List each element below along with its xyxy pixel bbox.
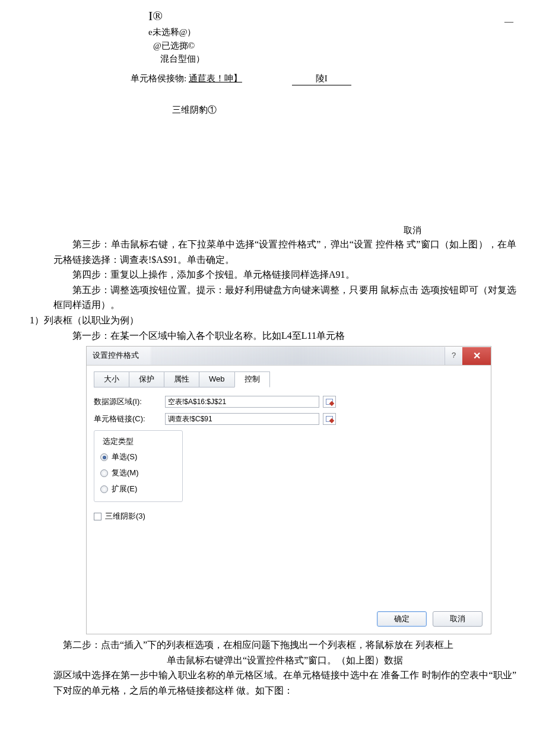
paragraph-step2a: 第二步：点击“插入”下的列表框选项，在相应问题下拖拽出一个列表框，将鼠标放在 列…	[53, 637, 516, 653]
help-icon: ?	[452, 350, 456, 362]
cancel-text: 取消	[404, 224, 546, 237]
cancel-button[interactable]: 取消	[433, 611, 482, 627]
radio-extend-label: 扩展(E)	[112, 483, 137, 495]
paragraph-step3: 第三步：单击鼠标右键，在下拉菜单中选择“设置控件格式”，弹出“设置 控件格 式”…	[53, 237, 516, 267]
tab-web[interactable]: Web	[199, 371, 235, 387]
close-button[interactable]: ✕	[462, 347, 491, 365]
cell-link-underline: 通苣表！呻】	[189, 74, 242, 83]
radio-multi-row[interactable]: 复选(M)	[100, 467, 176, 479]
select-type-legend: 选定类型	[100, 436, 136, 448]
source-range-picker[interactable]	[323, 396, 336, 408]
close-icon: ✕	[473, 348, 481, 364]
radio-single-row[interactable]: 单选(S)	[100, 451, 176, 463]
paragraph-step5: 第五步：调整选项按钮位置。提示：最好利用键盘方向键来调整，只要用 鼠标点击 选项…	[53, 282, 516, 313]
paragraph-step1: 第一步：在某一个区域中输入各个职业名称。比如L4至L11单元格	[53, 328, 516, 344]
top-dash: —	[504, 15, 513, 28]
tab-control[interactable]: 控制	[234, 371, 270, 387]
titlebar-blur	[151, 347, 445, 365]
paragraph-step2b: 单击鼠标右键弹出“设置控件格式”窗口。（如上图）数据	[53, 653, 516, 668]
radio-single[interactable]	[100, 453, 108, 461]
select-type-fieldset: 选定类型 单选(S) 复选(M) 扩展(E)	[94, 430, 183, 502]
tab-protect[interactable]: 保护	[129, 371, 164, 387]
tab-size[interactable]: 大小	[94, 371, 129, 387]
tab-attr[interactable]: 属性	[164, 371, 199, 387]
radio-checked-icon	[103, 456, 106, 459]
dialog-title: 设置控件格式	[93, 350, 139, 362]
radio-extend-row[interactable]: 扩展(E)	[100, 483, 176, 495]
radio-single-label: 单选(S)	[112, 451, 137, 463]
shadow-checkbox[interactable]	[94, 513, 101, 520]
shadow-checkbox-row[interactable]: 三维阴影(3)	[94, 510, 484, 523]
dialog-titlebar[interactable]: 设置控件格式 ? ✕	[87, 347, 491, 366]
tab-bar: 大小 保护 属性 Web 控制	[94, 371, 484, 387]
top-bullet-2: @已选掷©	[153, 39, 546, 53]
listbox-header: 1）列表框（以职业为例）	[30, 313, 546, 328]
shadow-checkbox-label: 三维阴影(3)	[105, 510, 145, 523]
ok-button[interactable]: 确定	[377, 611, 427, 627]
paragraph-step4: 第四步：重复以上操作，添加多个按钮。单元格链接同样选择A91。	[53, 267, 516, 282]
radio-extend[interactable]	[100, 485, 108, 493]
ling-box: 陵I	[292, 72, 351, 86]
source-range-input[interactable]: 空表!$A$16:$J$21	[165, 396, 319, 408]
top-bullet-1: e未选释@）	[148, 26, 546, 39]
range-picker-icon	[326, 416, 333, 422]
control-format-dialog: 设置控件格式 ? ✕ 大小 保护 属性 Web 控制 数据源区域(I):	[86, 346, 491, 634]
radio-multi[interactable]	[100, 469, 108, 477]
top-ir-label: I®	[148, 8, 163, 23]
paragraph-step2c: 源区域中选择在第一步中输入职业名称的单元格区域。在单元格链接中选中在 准备工作 …	[53, 668, 516, 698]
top-bullet-3: 混台型佃）	[160, 52, 546, 66]
source-range-label: 数据源区域(I):	[94, 396, 165, 408]
cell-link-input[interactable]: 调查表!$C$91	[165, 413, 319, 425]
cell-link-label-2: 单元格链接(C):	[94, 413, 165, 425]
radio-multi-label: 复选(M)	[112, 467, 139, 479]
cell-link-label: 单元格侯接物:	[131, 74, 186, 83]
range-picker-icon	[326, 399, 333, 405]
cell-link-picker[interactable]	[323, 413, 336, 425]
shadow-3d-label: 三维阴豹①	[172, 103, 546, 117]
help-button[interactable]: ?	[445, 347, 462, 365]
